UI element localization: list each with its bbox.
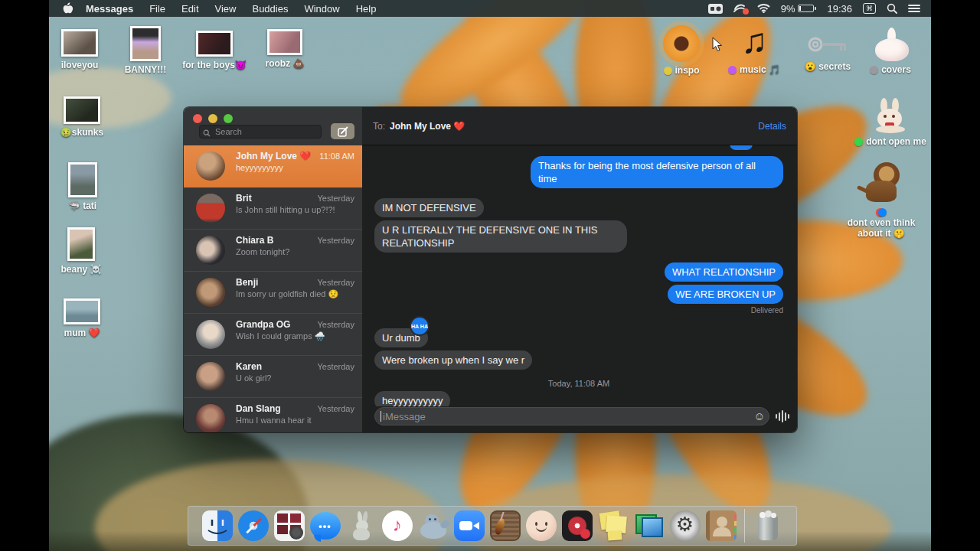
haha-tapback[interactable]: HA HA bbox=[410, 316, 430, 336]
conversation-preview: heyyyyyyyyy bbox=[236, 163, 351, 172]
menu-edit[interactable]: Edit bbox=[181, 3, 198, 15]
minimize-button[interactable] bbox=[208, 114, 217, 123]
desktop-icon-inspo[interactable]: inspo bbox=[639, 25, 724, 76]
close-button[interactable] bbox=[193, 114, 202, 123]
details-link[interactable]: Details bbox=[758, 121, 786, 132]
conversation-time: Yesterday bbox=[317, 320, 354, 329]
dock-garageband-icon[interactable] bbox=[489, 510, 521, 542]
desktop-icon-dont-open-me[interactable]: dont open me bbox=[848, 98, 931, 147]
dock-itunes-icon[interactable]: ♪ bbox=[381, 510, 413, 542]
dock: ••• ♪ bbox=[188, 506, 797, 546]
conversation-row-grandpa[interactable]: Grandpa OG Yesterday Wish I could gramps… bbox=[184, 314, 362, 356]
menu-app-name[interactable]: Messages bbox=[86, 3, 133, 15]
icon-label: BANNY!!! bbox=[125, 64, 167, 75]
search-input[interactable] bbox=[199, 125, 322, 139]
conversation-row-benji[interactable]: Benji Yesterday Im sorry ur goldfish die… bbox=[184, 272, 362, 314]
chat-pane: To: John My Love ❤️ Details Thanks for b… bbox=[362, 107, 797, 432]
dock-messages-icon[interactable]: ••• bbox=[309, 510, 341, 542]
dock-seal-icon[interactable] bbox=[417, 510, 449, 542]
notification-center-icon[interactable] bbox=[908, 4, 920, 13]
dock-stickies-icon[interactable] bbox=[597, 510, 629, 542]
dock-trash-icon[interactable] bbox=[752, 510, 784, 542]
conversation-row-brit[interactable]: Brit Yesterday Is John still hitting u u… bbox=[184, 187, 362, 230]
delivered-status: Delivered bbox=[751, 306, 783, 315]
received-message: Were broken up when I say we r bbox=[374, 350, 532, 370]
icon-label: 🦈 tati bbox=[69, 201, 96, 211]
conversation-preview: Im sorry ur goldfish died 😟 bbox=[236, 289, 351, 299]
menu-bar: Messages File Edit View Buddies Window H… bbox=[49, 0, 931, 17]
photo-thumbnail bbox=[61, 29, 98, 57]
clock-label[interactable]: 19:36 bbox=[827, 3, 852, 15]
desktop-icon-skunks[interactable]: 🤢skunks bbox=[49, 96, 124, 138]
conversation-list: John My Love ❤️ 11:08 AM heyyyyyyyyy Bri… bbox=[184, 145, 362, 432]
keyboard-command-icon[interactable]: ⌘ bbox=[863, 3, 876, 14]
dock-finder-icon[interactable] bbox=[201, 510, 234, 542]
desktop-icon-beany[interactable]: beany ☠️ bbox=[49, 227, 123, 275]
icon-label: mum ❤️ bbox=[64, 328, 100, 338]
dock-screenshot-frames-icon[interactable] bbox=[633, 510, 665, 542]
conversation-row-john[interactable]: John My Love ❤️ 11:08 AM heyyyyyyyyy bbox=[184, 145, 362, 187]
icon-label: dont even think about it 🤫 bbox=[835, 217, 927, 240]
avatar bbox=[196, 194, 225, 223]
photo-thumbnail bbox=[64, 96, 100, 124]
menu-window[interactable]: Window bbox=[304, 3, 339, 15]
video-camera-icon[interactable] bbox=[708, 4, 723, 14]
avatar bbox=[196, 362, 225, 391]
desktop-icon-roobz[interactable]: roobz 💩 bbox=[243, 29, 327, 69]
gray-tag-dot bbox=[870, 66, 878, 74]
dock-contacts-icon[interactable] bbox=[705, 510, 737, 542]
received-message: U R LITERALLY THE DEFENSIVE ONE IN THIS … bbox=[374, 220, 627, 253]
dock-voice-recorder-icon[interactable] bbox=[561, 510, 593, 542]
photo-thumbnail bbox=[196, 31, 233, 57]
message-transcript: Thanks for being the most defensive pers… bbox=[362, 145, 797, 406]
desktop-icon-music[interactable]: ♫ music 🎵 bbox=[712, 21, 796, 75]
message-input[interactable] bbox=[374, 407, 769, 425]
avatar bbox=[196, 278, 225, 307]
menu-file[interactable]: File bbox=[149, 3, 165, 15]
search-icon bbox=[203, 128, 211, 139]
icon-label: music 🎵 bbox=[740, 64, 780, 75]
partial-bubble bbox=[730, 145, 753, 150]
treble-clef-image: ♫ bbox=[741, 21, 768, 61]
conversation-time: Yesterday bbox=[317, 362, 354, 371]
conversation-sidebar: John My Love ❤️ 11:08 AM heyyyyyyyyy Bri… bbox=[184, 107, 362, 432]
dock-smiley-ball-icon[interactable] bbox=[525, 510, 557, 542]
desktop-icon-mum[interactable]: mum ❤️ bbox=[49, 298, 124, 338]
emoji-picker-button[interactable]: ☺ bbox=[753, 409, 766, 423]
screen-record-icon[interactable] bbox=[733, 4, 746, 14]
avatar bbox=[196, 152, 225, 181]
menu-buddies[interactable]: Buddies bbox=[252, 3, 288, 15]
conversation-row-karen[interactable]: Karen Yesterday U ok girl? bbox=[184, 356, 362, 398]
dock-photo-booth-icon[interactable] bbox=[273, 510, 305, 542]
zoom-button[interactable] bbox=[224, 114, 233, 123]
dock-safari-icon[interactable] bbox=[237, 510, 270, 542]
apple-menu-icon[interactable] bbox=[63, 2, 74, 15]
conversation-row-dan[interactable]: Dan Slang Yesterday Hmu I wanna hear it bbox=[184, 398, 362, 432]
desktop-icon-dont-even-think-about-it[interactable]: dont even think about it 🤫 bbox=[839, 162, 923, 240]
photo-thumbnail bbox=[130, 26, 161, 61]
menu-view[interactable]: View bbox=[215, 3, 237, 15]
menu-help[interactable]: Help bbox=[356, 3, 377, 15]
wifi-icon[interactable] bbox=[757, 4, 770, 13]
conversation-row-chiara[interactable]: Chiara B Yesterday Zoom tonight? bbox=[184, 230, 362, 272]
window-titlebar[interactable] bbox=[184, 107, 362, 145]
conversation-preview: Wish I could gramps 🌧️ bbox=[236, 331, 351, 341]
messages-window: John My Love ❤️ 11:08 AM heyyyyyyyyy Bri… bbox=[184, 107, 797, 432]
sunflower-image bbox=[663, 25, 700, 62]
compose-button[interactable] bbox=[331, 123, 354, 139]
desktop-icon-covers[interactable]: covers bbox=[848, 28, 931, 75]
photo-thumbnail bbox=[68, 162, 97, 197]
battery-icon bbox=[798, 5, 814, 12]
battery-indicator[interactable]: 9% bbox=[781, 3, 817, 15]
sent-message: WE ARE BROKEN UP bbox=[668, 285, 783, 304]
dock-system-preferences-icon[interactable]: ⚙ bbox=[669, 510, 701, 542]
spotlight-search-icon[interactable] bbox=[887, 3, 897, 14]
desktop-icon-tati[interactable]: 🦈 tati bbox=[49, 162, 125, 211]
time-divider: Today, 11:08 AM bbox=[548, 379, 609, 388]
battery-percent-label: 9% bbox=[781, 3, 795, 15]
audio-message-icon[interactable] bbox=[776, 410, 789, 422]
dock-rabbit-figurine-icon[interactable] bbox=[345, 510, 377, 542]
menu-status-area: 9% 19:36 ⌘ bbox=[708, 3, 931, 15]
dock-zoom-icon[interactable] bbox=[453, 510, 485, 542]
desktop: Messages File Edit View Buddies Window H… bbox=[49, 0, 931, 551]
